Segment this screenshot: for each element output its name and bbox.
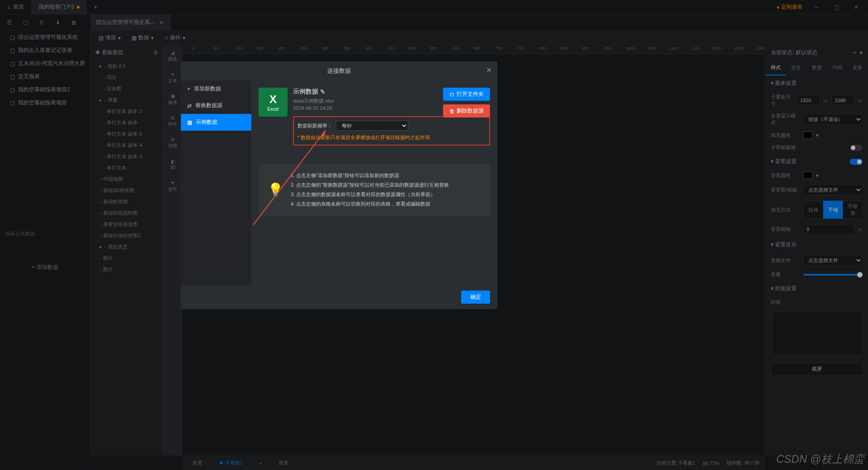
edit-icon[interactable]: ✎: [320, 88, 326, 95]
excel-icon: X Excel: [259, 88, 288, 117]
trash-icon: 🗑: [449, 108, 455, 114]
help-line: 4. 点击左侧的表格名称可以切换到对应的表格，查看或编辑数据: [291, 199, 449, 209]
delete-source-button[interactable]: 🗑删除数据源: [443, 104, 490, 118]
folder-icon: 🗀: [449, 91, 455, 98]
help-box: 💡 1. 点击左侧"添加新数据"按钮可以添加新的数据源 2. 点击左侧的"替换数…: [259, 164, 490, 216]
replace-data-button[interactable]: ⇄替换数据源: [181, 97, 251, 114]
refresh-note: * 数据自动刷新只在项目全屏播放或打开项目链接时才起作用: [297, 134, 486, 141]
modal-overlay: 连接数据 ✕ +添加新数据 ⇄替换数据源 ▦示例数据 X Excel 示例数据✎…: [0, 0, 868, 470]
connect-data-modal: 连接数据 ✕ +添加新数据 ⇄替换数据源 ▦示例数据 X Excel 示例数据✎…: [181, 61, 497, 309]
modal-header: 连接数据 ✕: [181, 61, 497, 80]
help-line: 2. 点击左侧的"替换数据源"按钮可以对当前已添加的数据源进行互相替换: [291, 180, 449, 190]
add-new-data-button[interactable]: +添加新数据: [181, 80, 251, 97]
help-line: 3. 点击左侧的数据源名称可以查看对应的数据源属性（当前界面）: [291, 190, 449, 199]
open-folder-button[interactable]: 🗀打开文件夹: [443, 88, 490, 101]
swap-icon: ⇄: [187, 103, 192, 109]
modal-sidebar: +添加新数据 ⇄替换数据源 ▦示例数据: [181, 80, 251, 285]
help-line: 1. 点击左侧"添加新数据"按钮可以添加新的数据源: [291, 171, 449, 180]
sample-data-item[interactable]: ▦示例数据: [181, 114, 251, 131]
refresh-label: 数据刷新频率：: [297, 122, 332, 129]
table-icon: ▦: [187, 119, 192, 126]
modal-main: X Excel 示例数据✎ data/示例数据.xlsx 2024-08-15 …: [251, 80, 497, 285]
confirm-button[interactable]: 确定: [461, 291, 490, 304]
modal-title: 连接数据: [327, 67, 351, 74]
lightbulb-icon: 💡: [268, 182, 283, 197]
plus-icon: +: [187, 86, 190, 92]
modal-close-button[interactable]: ✕: [486, 66, 492, 75]
refresh-frequency-select[interactable]: 每秒: [336, 121, 408, 131]
refresh-settings-box: 数据刷新频率： 每秒 * 数据自动刷新只在项目全屏播放或打开项目链接时才起作用: [293, 116, 490, 146]
